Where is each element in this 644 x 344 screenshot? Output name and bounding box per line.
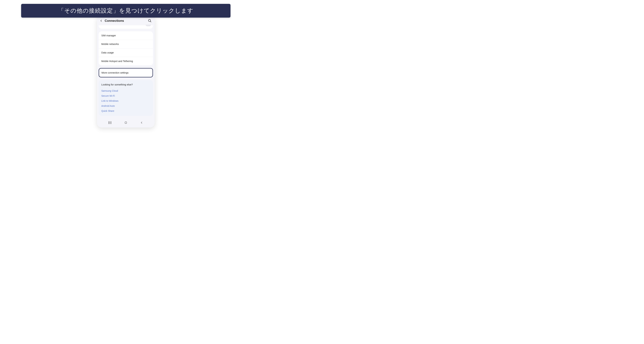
settings-item-label: More connection settings xyxy=(102,71,128,74)
suggestion-link-android-auto[interactable]: Android Auto xyxy=(101,103,150,108)
back-icon xyxy=(140,122,143,124)
home-icon xyxy=(124,121,127,124)
settings-item-mobile-networks[interactable]: Mobile networks xyxy=(99,40,153,48)
phone-frame: Connections SIM manager Mobile networks … xyxy=(97,17,155,128)
suggestion-link-secure-wifi[interactable]: Secure Wi-Fi xyxy=(101,93,150,98)
settings-item-label: SIM manager xyxy=(101,34,116,37)
page-title: Connections xyxy=(105,19,146,23)
suggestion-link-quick-share[interactable]: Quick Share xyxy=(101,108,150,113)
partial-toggle-row xyxy=(99,25,153,29)
nav-home-button[interactable] xyxy=(124,121,128,125)
suggestions-group: Looking for something else? Samsung Clou… xyxy=(99,80,153,116)
android-nav-bar xyxy=(97,118,155,126)
nav-recents-button[interactable] xyxy=(108,121,112,125)
settings-item-more-connection-settings[interactable]: More connection settings xyxy=(99,68,153,77)
back-icon[interactable] xyxy=(100,19,103,22)
suggestion-link-label: Quick Share xyxy=(101,110,114,112)
instruction-text: 「その他の接続設定」を見つけてクリックします xyxy=(58,7,194,14)
settings-item-label: Mobile Hotspot and Tethering xyxy=(101,60,133,62)
suggestion-link-label: Samsung Cloud xyxy=(101,89,118,92)
suggestion-link-link-to-windows[interactable]: Link to Windows xyxy=(101,98,150,103)
suggestion-link-label: Link to Windows xyxy=(101,100,118,102)
suggestion-link-label: Android Auto xyxy=(101,105,115,107)
search-icon[interactable] xyxy=(148,19,152,23)
suggestion-link-label: Secure Wi-Fi xyxy=(101,95,115,97)
svg-point-0 xyxy=(148,19,151,22)
nav-back-button[interactable] xyxy=(140,121,144,125)
settings-group: SIM manager Mobile networks Data usage M… xyxy=(99,31,153,65)
suggestion-link-samsung-cloud[interactable]: Samsung Cloud xyxy=(101,88,150,93)
suggestions-title: Looking for something else? xyxy=(101,83,150,86)
settings-item-hotspot-tethering[interactable]: Mobile Hotspot and Tethering xyxy=(99,57,153,65)
svg-rect-2 xyxy=(125,122,127,124)
settings-item-data-usage[interactable]: Data usage xyxy=(99,48,153,57)
instruction-banner: 「その他の接続設定」を見つけてクリックします xyxy=(21,4,230,17)
settings-item-sim-manager[interactable]: SIM manager xyxy=(99,31,153,40)
recents-icon xyxy=(108,121,111,124)
svg-line-1 xyxy=(150,21,151,22)
header-bar: Connections xyxy=(97,17,155,25)
settings-item-label: Data usage xyxy=(101,51,114,54)
settings-item-label: Mobile networks xyxy=(101,43,119,45)
